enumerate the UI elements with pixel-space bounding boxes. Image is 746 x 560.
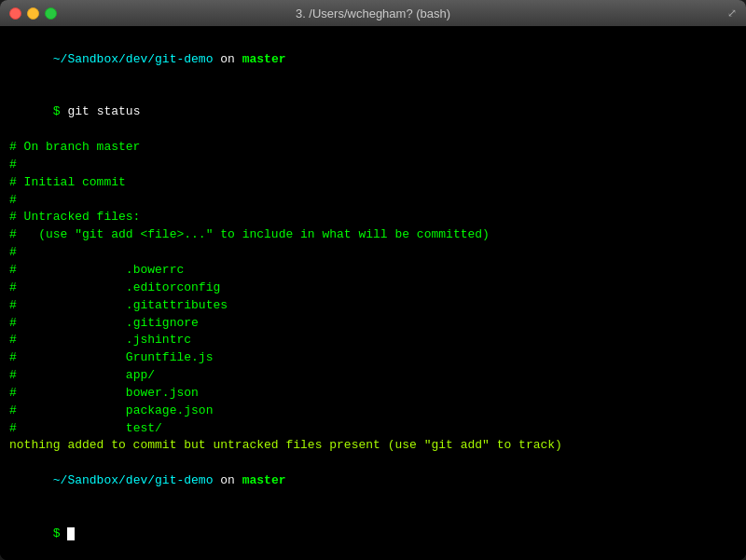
git-line-17: # test/ [9,420,737,438]
prompt-line-2: ~/Sandbox/dev/git-demo on master [9,455,737,508]
titlebar: 3. /Users/wchegham? (bash) ⤢ [0,0,746,26]
git-line-15: # bower.json [9,385,737,403]
expand-icon[interactable]: ⤢ [727,7,737,20]
git-line-4: # [9,192,737,210]
cursor [67,527,75,540]
git-line-12: # .jshintrc [9,332,737,349]
cmd-1: git status [67,104,140,118]
maximize-button[interactable] [45,7,57,20]
cursor-line: $ [9,508,737,560]
dollar-1: $ [53,104,68,118]
terminal-window: 3. /Users/wchegham? (bash) ⤢ ~/Sandbox/d… [0,0,746,560]
prompt-line-1: ~/Sandbox/dev/git-demo on master [9,34,737,87]
git-line-8: # .bowerrc [9,262,737,280]
path-2: ~/Sandbox/dev/git-demo [53,473,214,487]
minimize-button[interactable] [27,7,39,20]
git-line-16: # package.json [9,403,737,420]
git-line-11: # .gitignore [9,315,737,333]
git-line-6: # (use "git add <file>..." to include in… [9,226,737,244]
command-line-1: $ git status [9,87,737,140]
on-2: on [213,473,242,487]
close-button[interactable] [9,7,21,20]
git-line-13: # Gruntfile.js [9,349,737,367]
git-line-14: # app/ [9,367,737,385]
git-line-9: # .editorconfig [9,280,737,297]
path-1: ~/Sandbox/dev/git-demo [53,52,214,66]
status-message: nothing added to commit but untracked fi… [9,437,737,455]
git-line-3: # Initial commit [9,174,737,192]
window-buttons [9,7,57,20]
branch-2: master [242,473,286,487]
git-line-2: # [9,157,737,174]
titlebar-title: 3. /Users/wchegham? (bash) [296,7,450,20]
git-line-1: # On branch master [9,139,737,157]
on-1: on [213,52,242,66]
git-line-7: # [9,244,737,262]
terminal-body[interactable]: ~/Sandbox/dev/git-demo on master $ git s… [0,26,746,560]
git-line-5: # Untracked files: [9,209,737,226]
dollar-2: $ [53,526,68,540]
branch-1: master [242,52,286,66]
git-line-10: # .gitattributes [9,297,737,315]
